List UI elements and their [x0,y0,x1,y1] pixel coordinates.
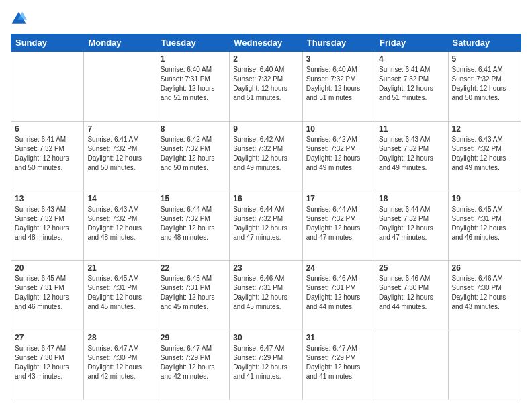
calendar-cell: 29Sunrise: 6:47 AM Sunset: 7:29 PM Dayli… [157,330,229,400]
day-info: Sunrise: 6:40 AM Sunset: 7:32 PM Dayligh… [306,65,371,103]
day-number: 1 [161,54,226,64]
calendar-cell: 17Sunrise: 6:44 AM Sunset: 7:32 PM Dayli… [302,191,375,261]
calendar-week-4: 20Sunrise: 6:45 AM Sunset: 7:31 PM Dayli… [11,261,521,330]
day-info: Sunrise: 6:46 AM Sunset: 7:31 PM Dayligh… [233,274,298,312]
day-info: Sunrise: 6:43 AM Sunset: 7:32 PM Dayligh… [452,135,517,173]
calendar-cell: 16Sunrise: 6:44 AM Sunset: 7:32 PM Dayli… [230,191,302,261]
day-number: 29 [161,333,226,342]
calendar-cell [11,52,84,122]
day-number: 18 [379,194,444,203]
calendar-cell: 1Sunrise: 6:40 AM Sunset: 7:31 PM Daylig… [157,52,229,122]
logo [11,11,30,27]
page: SundayMondayTuesdayWednesdayThursdayFrid… [0,0,532,411]
calendar-cell: 15Sunrise: 6:44 AM Sunset: 7:32 PM Dayli… [157,191,229,261]
calendar-cell: 9Sunrise: 6:42 AM Sunset: 7:32 PM Daylig… [230,121,302,191]
calendar-cell: 22Sunrise: 6:45 AM Sunset: 7:31 PM Dayli… [157,261,229,330]
calendar-cell: 12Sunrise: 6:43 AM Sunset: 7:32 PM Dayli… [448,121,521,191]
day-number: 21 [87,263,152,273]
day-info: Sunrise: 6:41 AM Sunset: 7:32 PM Dayligh… [15,135,80,173]
day-number: 20 [15,263,80,273]
day-info: Sunrise: 6:40 AM Sunset: 7:32 PM Dayligh… [233,65,298,103]
calendar-cell [84,52,157,122]
calendar-cell: 21Sunrise: 6:45 AM Sunset: 7:31 PM Dayli… [84,261,157,330]
day-number: 4 [379,54,444,64]
calendar-header-saturday: Saturday [448,34,521,52]
day-number: 6 [15,124,80,134]
calendar-cell [375,330,448,400]
calendar-cell: 25Sunrise: 6:46 AM Sunset: 7:30 PM Dayli… [375,261,448,330]
day-info: Sunrise: 6:47 AM Sunset: 7:29 PM Dayligh… [161,344,226,381]
calendar-cell: 24Sunrise: 6:46 AM Sunset: 7:31 PM Dayli… [302,261,375,330]
calendar-cell [448,330,521,400]
day-info: Sunrise: 6:45 AM Sunset: 7:31 PM Dayligh… [161,274,226,312]
calendar-cell: 2Sunrise: 6:40 AM Sunset: 7:32 PM Daylig… [230,52,302,122]
day-info: Sunrise: 6:41 AM Sunset: 7:32 PM Dayligh… [452,65,517,103]
calendar-cell: 14Sunrise: 6:43 AM Sunset: 7:32 PM Dayli… [84,191,157,261]
calendar-cell: 26Sunrise: 6:46 AM Sunset: 7:30 PM Dayli… [448,261,521,330]
calendar-header-thursday: Thursday [302,34,375,52]
calendar-header-sunday: Sunday [11,34,84,52]
day-info: Sunrise: 6:42 AM Sunset: 7:32 PM Dayligh… [233,135,298,173]
day-number: 23 [233,263,298,273]
day-info: Sunrise: 6:42 AM Sunset: 7:32 PM Dayligh… [161,135,226,173]
day-info: Sunrise: 6:47 AM Sunset: 7:29 PM Dayligh… [233,344,298,381]
calendar-cell: 23Sunrise: 6:46 AM Sunset: 7:31 PM Dayli… [230,261,302,330]
day-info: Sunrise: 6:41 AM Sunset: 7:32 PM Dayligh… [87,135,152,173]
day-info: Sunrise: 6:41 AM Sunset: 7:32 PM Dayligh… [379,65,444,103]
day-number: 16 [233,194,298,203]
calendar-cell: 31Sunrise: 6:47 AM Sunset: 7:29 PM Dayli… [302,330,375,400]
day-number: 10 [306,124,371,134]
day-number: 12 [452,124,517,134]
day-number: 27 [15,333,80,342]
day-number: 2 [233,54,298,64]
day-number: 13 [15,194,80,203]
day-number: 3 [306,54,371,64]
day-number: 26 [452,263,517,273]
day-number: 8 [161,124,226,134]
day-number: 14 [87,194,152,203]
calendar-header-tuesday: Tuesday [157,34,229,52]
day-number: 9 [233,124,298,134]
calendar-cell: 7Sunrise: 6:41 AM Sunset: 7:32 PM Daylig… [84,121,157,191]
calendar-cell: 6Sunrise: 6:41 AM Sunset: 7:32 PM Daylig… [11,121,84,191]
day-info: Sunrise: 6:44 AM Sunset: 7:32 PM Dayligh… [233,205,298,242]
calendar-cell: 8Sunrise: 6:42 AM Sunset: 7:32 PM Daylig… [157,121,229,191]
calendar-week-3: 13Sunrise: 6:43 AM Sunset: 7:32 PM Dayli… [11,191,521,261]
calendar-cell: 27Sunrise: 6:47 AM Sunset: 7:30 PM Dayli… [11,330,84,400]
calendar-cell: 11Sunrise: 6:43 AM Sunset: 7:32 PM Dayli… [375,121,448,191]
day-info: Sunrise: 6:43 AM Sunset: 7:32 PM Dayligh… [87,205,152,242]
calendar-week-1: 1Sunrise: 6:40 AM Sunset: 7:31 PM Daylig… [11,52,521,122]
day-number: 7 [87,124,152,134]
day-info: Sunrise: 6:43 AM Sunset: 7:32 PM Dayligh… [15,205,80,242]
day-info: Sunrise: 6:44 AM Sunset: 7:32 PM Dayligh… [161,205,226,242]
day-number: 28 [87,333,152,342]
calendar-cell: 18Sunrise: 6:44 AM Sunset: 7:32 PM Dayli… [375,191,448,261]
day-number: 19 [452,194,517,203]
day-number: 15 [161,194,226,203]
logo-icon [11,11,27,27]
day-info: Sunrise: 6:45 AM Sunset: 7:31 PM Dayligh… [87,274,152,312]
day-info: Sunrise: 6:46 AM Sunset: 7:30 PM Dayligh… [452,274,517,312]
day-info: Sunrise: 6:46 AM Sunset: 7:30 PM Dayligh… [379,274,444,312]
calendar-cell: 10Sunrise: 6:42 AM Sunset: 7:32 PM Dayli… [302,121,375,191]
day-number: 17 [306,194,371,203]
calendar-header-wednesday: Wednesday [230,34,302,52]
calendar-header-monday: Monday [84,34,157,52]
day-number: 11 [379,124,444,134]
day-info: Sunrise: 6:45 AM Sunset: 7:31 PM Dayligh… [452,205,517,242]
day-number: 25 [379,263,444,273]
calendar-cell: 28Sunrise: 6:47 AM Sunset: 7:30 PM Dayli… [84,330,157,400]
day-info: Sunrise: 6:47 AM Sunset: 7:29 PM Dayligh… [306,344,371,381]
calendar-header-friday: Friday [375,34,448,52]
day-number: 5 [452,54,517,64]
header [11,11,521,27]
day-info: Sunrise: 6:47 AM Sunset: 7:30 PM Dayligh… [15,344,80,381]
day-number: 24 [306,263,371,273]
day-info: Sunrise: 6:44 AM Sunset: 7:32 PM Dayligh… [379,205,444,242]
day-number: 30 [233,333,298,342]
day-info: Sunrise: 6:43 AM Sunset: 7:32 PM Dayligh… [379,135,444,173]
calendar-week-2: 6Sunrise: 6:41 AM Sunset: 7:32 PM Daylig… [11,121,521,191]
day-number: 22 [161,263,226,273]
day-info: Sunrise: 6:44 AM Sunset: 7:32 PM Dayligh… [306,205,371,242]
day-info: Sunrise: 6:47 AM Sunset: 7:30 PM Dayligh… [87,344,152,381]
